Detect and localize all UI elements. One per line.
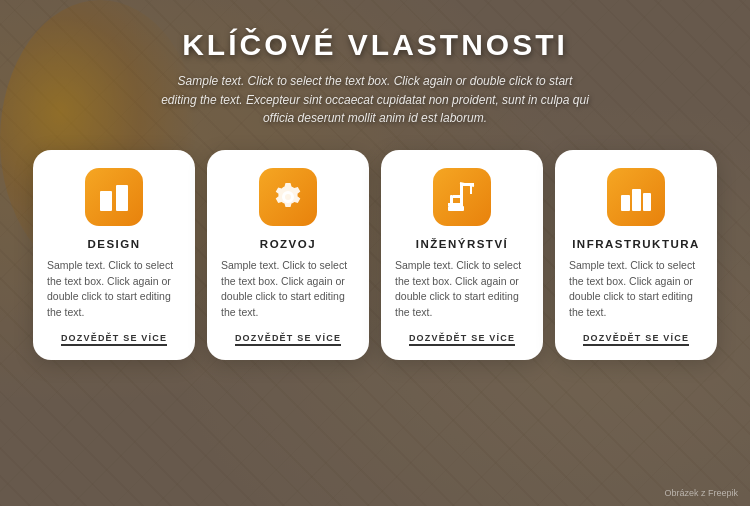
svg-rect-35 xyxy=(645,196,647,198)
cards-row: DESIGN Sample text. Click to select the … xyxy=(30,150,720,360)
svg-rect-22 xyxy=(621,195,630,211)
inzenyrsti-icon-wrap xyxy=(433,168,491,226)
svg-rect-9 xyxy=(124,193,127,196)
svg-rect-6 xyxy=(119,188,122,191)
svg-rect-31 xyxy=(634,196,636,198)
rozvoj-text: Sample text. Click to select the text bo… xyxy=(221,258,355,321)
design-icon-wrap xyxy=(85,168,143,226)
infrastruktura-title: INFRASTRUKTURA xyxy=(572,238,700,250)
design-title: DESIGN xyxy=(87,238,140,250)
section-subtitle: Sample text. Click to select the text bo… xyxy=(160,72,590,128)
inzenyrsti-link[interactable]: DOZVĚDĚT SE VÍCE xyxy=(409,333,515,346)
svg-rect-37 xyxy=(645,200,647,202)
svg-rect-3 xyxy=(107,194,110,197)
gear-icon xyxy=(272,181,304,213)
svg-rect-11 xyxy=(124,198,127,201)
main-container: KLÍČOVÉ VLASTNOSTI Sample text. Click to… xyxy=(0,0,750,506)
svg-rect-20 xyxy=(453,195,460,198)
rozvoj-link[interactable]: DOZVĚDĚT SE VÍCE xyxy=(235,333,341,346)
design-link[interactable]: DOZVĚDĚT SE VÍCE xyxy=(61,333,167,346)
svg-rect-4 xyxy=(103,199,106,202)
svg-rect-25 xyxy=(623,198,625,200)
design-text: Sample text. Click to select the text bo… xyxy=(47,258,181,321)
crane-icon xyxy=(446,181,478,213)
svg-rect-13 xyxy=(120,204,124,211)
infrastruktura-link[interactable]: DOZVĚDĚT SE VÍCE xyxy=(583,333,689,346)
svg-rect-17 xyxy=(470,186,472,194)
section-title: KLÍČOVÉ VLASTNOSTI xyxy=(182,28,568,62)
svg-rect-10 xyxy=(119,198,122,201)
svg-rect-7 xyxy=(124,188,127,191)
city-icon xyxy=(620,181,652,213)
svg-rect-34 xyxy=(638,200,640,202)
svg-rect-27 xyxy=(623,202,625,204)
footer-credit: Obrázek z Freepik xyxy=(664,488,738,498)
svg-rect-12 xyxy=(104,204,108,211)
svg-rect-5 xyxy=(107,199,110,202)
card-inzenyrsti: INŽENÝRSTVÍ Sample text. Click to select… xyxy=(381,150,543,360)
inzenyrsti-text: Sample text. Click to select the text bo… xyxy=(395,258,529,321)
card-infrastruktura: INFRASTRUKTURA Sample text. Click to sel… xyxy=(555,150,717,360)
svg-rect-8 xyxy=(119,193,122,196)
infrastruktura-icon-wrap xyxy=(607,168,665,226)
card-design: DESIGN Sample text. Click to select the … xyxy=(33,150,195,360)
svg-rect-29 xyxy=(634,192,636,194)
svg-rect-21 xyxy=(448,206,464,211)
svg-rect-2 xyxy=(103,194,106,197)
svg-rect-38 xyxy=(648,200,650,202)
svg-rect-26 xyxy=(626,198,628,200)
svg-rect-28 xyxy=(626,202,628,204)
building-icon xyxy=(98,181,130,213)
svg-rect-36 xyxy=(648,196,650,198)
svg-rect-33 xyxy=(634,200,636,202)
inzenyrsti-title: INŽENÝRSTVÍ xyxy=(416,238,509,250)
svg-rect-32 xyxy=(638,196,640,198)
svg-rect-30 xyxy=(638,192,640,194)
svg-rect-39 xyxy=(634,205,638,211)
rozvoj-title: ROZVOJ xyxy=(260,238,316,250)
rozvoj-icon-wrap xyxy=(259,168,317,226)
svg-rect-18 xyxy=(448,203,460,206)
infrastruktura-text: Sample text. Click to select the text bo… xyxy=(569,258,703,321)
card-rozvoj: ROZVOJ Sample text. Click to select the … xyxy=(207,150,369,360)
